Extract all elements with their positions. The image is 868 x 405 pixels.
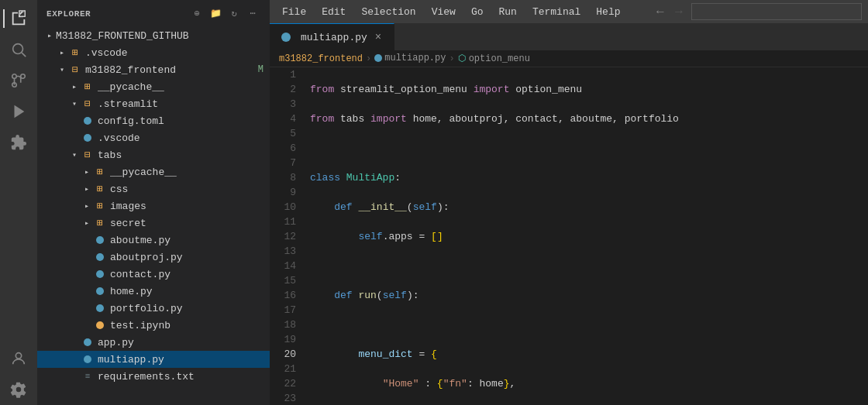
svg-marker-6 [15,105,25,118]
nav-forward-button[interactable]: → [673,5,685,19]
folder-open-icon2: ⊟ [81,98,95,110]
root-arrow: ▸ [43,31,56,40]
activity-bar [0,0,37,405]
sidebar-item-multiapp[interactable]: ▸ multiapp.py [37,351,270,368]
sidebar-item-tabs[interactable]: ▾ ⊟ tabs [37,146,270,163]
line-numbers: 1 2 3 4 5 6 7 8 9 10 11 12 13 14 15 16 1… [270,67,304,405]
folder-icon: ⊞ [68,46,82,59]
line-num-9: 9 [270,185,296,200]
tab-multiapp[interactable]: multiapp.py × [270,23,394,50]
collapse-all-button[interactable]: ⋯ [245,6,260,22]
sidebar-item-vscode2[interactable]: .vscode [37,129,270,146]
vscode-label: .vscode [85,47,270,59]
pycache2-arrow: ▸ [81,167,93,177]
menu-edit[interactable]: Edit [315,5,352,19]
editor-area: File Edit Selection View Go Run Terminal… [270,0,868,405]
menu-selection[interactable]: Selection [355,5,422,19]
code-editor[interactable]: 1 2 3 4 5 6 7 8 9 10 11 12 13 14 15 16 1… [270,67,868,405]
line-num-3: 3 [270,97,296,112]
new-folder-button[interactable]: 📁 [208,6,223,22]
code-line-9 [310,317,868,332]
css-folder-icon: ⊞ [93,183,107,195]
tab-close-button[interactable]: × [372,31,384,43]
extensions-icon[interactable] [3,127,34,158]
sidebar-item-css[interactable]: ▸ ⊞ css [37,180,270,197]
line-num-12: 12 [270,229,296,244]
sidebar-item-aboutproj[interactable]: ▸ aboutproj.py [37,249,270,266]
sidebar-item-secret[interactable]: ▸ ⊞ secret [37,215,270,232]
contact-label: contact.py [110,269,270,280]
sidebar-item-requirements[interactable]: ▸ ≡ requirements.txt [37,368,270,385]
aboutproj-label: aboutproj.py [110,252,270,263]
command-search-input[interactable] [691,3,862,20]
home-label: home.py [110,286,270,297]
sidebar-item-contact[interactable]: ▸ contact.py [37,266,270,283]
sidebar-item-m31882[interactable]: ▾ ⊟ m31882_frontend M [37,61,270,78]
root-folder[interactable]: ▸ M31882_FRONTEND_GITHUB [37,27,270,44]
explorer-icon[interactable] [3,3,34,34]
sidebar-item-portfolio[interactable]: ▸ portfolio.py [37,300,270,317]
multiapp-icon [81,355,95,363]
sidebar-item-home[interactable]: ▸ home.py [37,283,270,300]
breadcrumb-symbol[interactable]: ⬡ [458,53,466,64]
line-num-16: 16 [270,288,296,303]
folder-icon3: ⊞ [93,166,107,178]
menu-file[interactable]: File [276,5,312,19]
top-bar: File Edit Selection View Go Run Terminal… [270,0,868,23]
nav-controls: ← → [654,3,862,20]
sidebar-item-test[interactable]: ▸ test.ipynb [37,317,270,334]
toml-icon [81,117,95,125]
sidebar-item-pycache1[interactable]: ▸ ⊞ __pycache__ [37,78,270,95]
svg-line-2 [22,53,26,57]
multiapp-label: multiapp.py [98,354,270,366]
menu-run[interactable]: Run [492,5,522,19]
line-num-13: 13 [270,244,296,259]
breadcrumb-folder[interactable]: m31882_frontend [279,53,363,64]
sidebar-item-pycache2[interactable]: ▸ ⊞ __pycache__ [37,163,270,180]
streamlit-label: .streamlit [98,98,270,110]
css-arrow: ▸ [81,184,93,194]
menu-go[interactable]: Go [465,5,490,19]
code-line-8: def run(self): [310,288,868,303]
code-line-2: from tabs import home, aboutproj, contac… [310,112,868,126]
app-label: app.py [98,337,270,348]
menu-view[interactable]: View [425,5,462,19]
account-icon[interactable] [3,343,34,374]
sidebar-item-aboutme[interactable]: ▸ aboutme.py [37,232,270,249]
breadcrumb-file[interactable]: multiapp.py [374,53,446,65]
code-line-5: def __init__(self): [310,200,868,215]
menu-terminal[interactable]: Terminal [526,5,587,19]
code-line-10: menu_dict = { [310,347,868,362]
vscode2-label: .vscode [98,132,270,144]
line-num-5: 5 [270,126,296,141]
nav-back-button[interactable]: ← [654,5,666,19]
vscode-file-icon [81,134,95,142]
source-control-icon[interactable] [3,65,34,96]
pycache1-arrow: ▸ [68,82,81,91]
line-num-17: 17 [270,303,296,317]
sidebar-item-config[interactable]: config.toml [37,112,270,129]
line-num-10: 10 [270,200,296,215]
code-content[interactable]: from streamlit_option_menu import option… [304,67,868,405]
line-num-21: 21 [270,362,296,376]
breadcrumb-symbol-label: option_menu [469,53,530,64]
svg-point-7 [16,353,21,359]
sidebar-actions: ⊕ 📁 ↻ ⋯ [189,6,260,22]
settings-icon[interactable] [3,374,34,405]
sidebar-item-images[interactable]: ▸ ⊞ images [37,197,270,215]
svg-point-4 [21,74,26,79]
new-file-button[interactable]: ⊕ [189,6,205,22]
line-num-11: 11 [270,215,296,229]
menu-help[interactable]: Help [590,5,626,19]
portfolio-icon [93,304,107,312]
sidebar-item-vscode[interactable]: ▸ ⊞ .vscode [37,44,270,61]
run-debug-icon[interactable] [3,96,34,127]
file-tree: ▸ M31882_FRONTEND_GITHUB ▸ ⊞ .vscode ▾ ⊟… [37,27,270,405]
search-activity-icon[interactable] [3,34,34,65]
refresh-button[interactable]: ↻ [226,6,242,22]
sidebar-item-streamlit[interactable]: ▾ ⊟ .streamlit [37,95,270,112]
m31882-badge: M [258,64,270,75]
sidebar: EXPLORER ⊕ 📁 ↻ ⋯ ▸ M31882_FRONTEND_GITHU… [37,0,270,405]
sidebar-item-app[interactable]: ▸ app.py [37,334,270,351]
images-folder-icon: ⊞ [93,200,107,212]
